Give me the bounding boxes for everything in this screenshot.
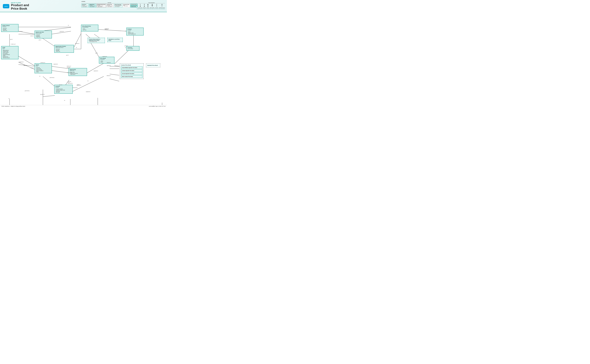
label-governor-contract: governor xyxy=(59,84,62,85)
rel-optional: Optional xyxy=(147,4,149,8)
label-source-of-qli: source of xyxy=(30,35,34,36)
entities-group: ENTITIES Cloud Entity API Name # User Ke… xyxy=(81,2,138,7)
label-source-of-quote: source of xyxy=(31,67,34,68)
contract-attrs: Contract Number Customer Signed Date Sta… xyxy=(55,88,72,93)
opp-product-attrs: Unit Price Quantity Total Price xyxy=(55,49,73,52)
label-selected-on-op: selected on xyxy=(75,43,79,44)
label-subjected-to-quote: subjected to xyxy=(54,64,58,65)
label-based-on-order: based on xyxy=(19,31,22,32)
order-product-attrs: Unit Price Quantity Total Price xyxy=(2,28,17,31)
product-entity: Product Product2 Name Product Code Stock… xyxy=(126,28,144,35)
custom-discounted-entity: Custom Discounted or Adjusted Price Entr… xyxy=(87,38,105,43)
legend-conceptual-entity: Conceptual Entity Name · Other Attribute xyxy=(123,4,130,7)
opp-product-name: Opportunity Product xyxy=(55,46,73,47)
contract-name: Contract xyxy=(55,86,72,87)
opp-name: Opportunity xyxy=(70,69,86,70)
label-defined-for-pb2: defined for xyxy=(107,65,111,66)
label-of-product: of xyxy=(125,31,126,32)
relationships-group: RELATIONSHIPS Parent-Child Required Opti… xyxy=(138,2,165,8)
custom-discounted-name: Custom Discounted or Adjusted Price Entr… xyxy=(89,39,104,41)
quote-name: Quote xyxy=(36,64,51,65)
label-made-up-of-quote: ◇ made up of xyxy=(40,62,45,63)
label-governed-by-quote: governed by xyxy=(50,77,54,78)
label-subjected-to-opp: subjected to xyxy=(94,71,98,71)
standard-list-name: Standard or List Price Entry xyxy=(108,39,121,41)
label-for-op: for xyxy=(76,47,77,48)
svg-line-29 xyxy=(98,29,126,31)
svg-line-34 xyxy=(114,49,130,64)
svg-line-52 xyxy=(42,27,71,31)
opp-api: Opportunity xyxy=(70,70,86,71)
logo-text: salesforce xyxy=(4,6,8,7)
label-subject-governor: subject orgovernor of xyxy=(77,84,81,86)
legend-entities: Cloud Entity API Name # User Key Attribu… xyxy=(81,4,138,7)
label-part-of-qli: part of xyxy=(39,39,41,40)
standard-list-entity: Standard or List Price Entry xyxy=(107,38,123,42)
quote-entity: Quote Quote Discount Grand Total Quote N… xyxy=(34,63,52,73)
currency-name: Currency xyxy=(127,47,138,48)
label-for-order: for xyxy=(9,98,10,99)
price-book-entry-entity: Price Book Entry PricebookEntry Active L… xyxy=(81,25,98,32)
contract-specific-subtype: Contract Specific Price Book xyxy=(121,69,142,72)
qli-attrs: Unit Price Quantity Total Price xyxy=(36,34,51,38)
relationships-label: RELATIONSHIPS xyxy=(138,2,165,3)
svg-line-54 xyxy=(43,96,55,97)
legend: LEGEND: ENTITIES Cloud Entity API Name #… xyxy=(81,1,165,9)
relationship-types: Parent-Child Required Optional Many-to-M… xyxy=(138,4,165,8)
pbe-api: PricebookEntry xyxy=(82,27,97,28)
svg-line-43 xyxy=(51,66,69,69)
svg-line-61 xyxy=(110,74,119,75)
pb-name: Price Book xyxy=(100,58,113,59)
rel-extension: Extension xyxy=(155,4,158,8)
label-for-opp: for xyxy=(87,80,88,81)
opp-product-api: OpportunityLineItem xyxy=(55,47,73,48)
order-name: Order xyxy=(2,47,17,48)
quote-api: Quote xyxy=(36,65,51,66)
product-name: Product xyxy=(127,29,142,30)
label-governor-of: governor of xyxy=(40,94,44,95)
rel-parent-child: Parent-Child xyxy=(138,4,142,8)
svg-line-62 xyxy=(110,79,119,81)
contract-api: Contract xyxy=(55,87,72,88)
legend-sections: ENTITIES Cloud Entity API Name # User Ke… xyxy=(81,2,165,8)
page-title: Product andPrice Book xyxy=(11,3,29,10)
pbe-name: Price Book Entry xyxy=(82,26,97,27)
custom-discounted-attrs: Use Standard Price xyxy=(89,41,104,42)
standard-price-book-entity: Standard Price Book xyxy=(146,63,160,67)
label-selected-on-qli: selected on xyxy=(60,31,64,32)
other-custom-subtype: Other Custom Price Book xyxy=(121,75,142,78)
label-for-quote: for xyxy=(39,76,40,77)
legend-note: Detailed Salesforce notation for product… xyxy=(81,8,165,9)
label-to-renew: to renewor isgoverned by xyxy=(68,81,73,84)
legend-external-entity: External Entity API Name # User Key Attr… xyxy=(107,4,114,7)
svg-line-41 xyxy=(19,62,36,70)
legend-related-entity: Related Entity API Name # User Key Attri… xyxy=(89,4,96,7)
legend-type-entities: Supertype Entity Subtype Entity xyxy=(130,4,138,7)
svg-line-45 xyxy=(69,76,104,93)
legend-title: LEGEND: xyxy=(81,1,165,2)
label-part-of-pbe: part of xyxy=(95,53,98,53)
qli-api: QuoteLineItem xyxy=(36,33,51,34)
label-the-source-of: the source of xyxy=(67,72,72,73)
svg-line-39 xyxy=(87,63,104,73)
header: salesforce SALES CLOUD Product andPrice … xyxy=(0,0,167,12)
cpb-name: Custom Price Book xyxy=(121,65,142,66)
opportunity-product-entity: Opportunity Product OpportunityLineItem … xyxy=(54,45,74,53)
qli-name: Quote Line Item xyxy=(36,32,51,33)
rel-required: Required xyxy=(143,4,146,8)
product-api: Product2 xyxy=(127,30,142,31)
contract-entity: Contract Contract Contract Number Custom… xyxy=(54,85,73,94)
label-part-of-order: part of xyxy=(10,39,13,40)
price-book-entity: Price Book Pricebook2 Name Active xyxy=(99,57,114,64)
currency-entity: Currency CurrencyType xyxy=(126,46,140,51)
order-product-name: Order Product xyxy=(2,25,17,26)
spb-name: Standard Price Book xyxy=(147,65,159,66)
label-made-up-of-pb: ◇ made up of xyxy=(102,56,107,57)
label-subjected-to-contract: subjected to xyxy=(86,91,90,92)
order-product-api: OrderItem xyxy=(2,26,17,27)
label-based-on-quote: based on xyxy=(24,65,27,66)
legend-record-type-entity: Record Type Entity RT: Record Type Name … xyxy=(114,4,122,7)
legend-cloud-entity: Cloud Entity API Name # User Key Attribu… xyxy=(81,4,88,7)
label-enabled-for-selling: enabled forselling via xyxy=(105,28,109,30)
svg-line-28 xyxy=(74,33,81,47)
